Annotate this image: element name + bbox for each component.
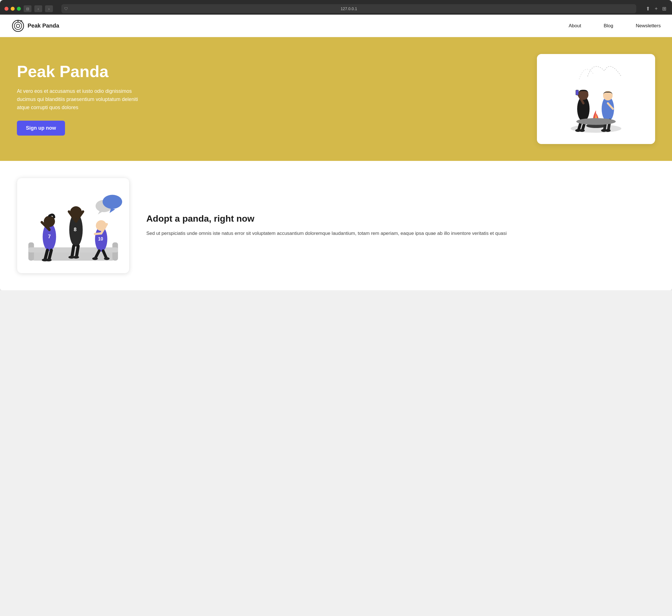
hero-description: At vero eos et accusamus et iusto odio d… — [17, 87, 141, 111]
website-content: Peak Panda About Blog Newsletters Peak P… — [0, 15, 672, 290]
team-illustration: 7 8 — [17, 178, 129, 273]
nav-item-blog[interactable]: Blog — [604, 23, 613, 29]
svg-line-42 — [72, 246, 74, 257]
svg-rect-9 — [576, 90, 579, 95]
svg-point-45 — [73, 256, 79, 258]
svg-point-13 — [579, 129, 585, 132]
svg-line-43 — [77, 246, 78, 257]
content-image-box: 7 8 — [17, 178, 129, 273]
svg-point-53 — [92, 257, 98, 260]
content-section: 7 8 — [0, 161, 672, 290]
hero-text: Peak Panda At vero eos et accusamus et i… — [17, 62, 520, 135]
svg-line-33 — [45, 250, 48, 259]
svg-line-50 — [95, 233, 101, 234]
svg-point-21 — [576, 118, 616, 125]
nav-item-newsletters[interactable]: Newsletters — [636, 23, 661, 29]
svg-text:7: 7 — [48, 234, 51, 239]
navbar: Peak Panda About Blog Newsletters — [0, 15, 672, 37]
svg-point-27 — [102, 195, 122, 209]
svg-point-54 — [104, 257, 109, 260]
campfire-illustration — [537, 54, 655, 144]
logo-link[interactable]: Peak Panda — [11, 19, 59, 33]
nav-item-about[interactable]: About — [569, 23, 581, 29]
svg-point-20 — [605, 129, 611, 132]
minimize-dot[interactable] — [11, 7, 15, 11]
fullscreen-dot[interactable] — [17, 7, 21, 11]
nav-link-about[interactable]: About — [569, 23, 581, 28]
hero-title: Peak Panda — [17, 62, 520, 80]
svg-text:8: 8 — [74, 227, 77, 232]
content-text: Adopt a panda, right now Sed ut perspici… — [146, 213, 655, 238]
tabs-button[interactable]: ⊞ — [661, 5, 667, 12]
nav-link-blog[interactable]: Blog — [604, 23, 613, 28]
content-description: Sed ut perspiciatis unde omnis iste natu… — [146, 230, 655, 238]
nav-link-newsletters[interactable]: Newsletters — [636, 23, 661, 28]
share-button[interactable]: ⬆ — [645, 5, 651, 12]
svg-text:10: 10 — [98, 237, 103, 241]
svg-line-34 — [49, 250, 51, 259]
shield-icon: 🛡 — [64, 6, 68, 11]
hero-image-box — [537, 54, 655, 144]
url-text: 127.0.0.1 — [341, 6, 357, 11]
traffic-lights — [5, 7, 21, 11]
logo-icon — [11, 19, 25, 33]
back-button[interactable]: ‹ — [34, 5, 42, 12]
nav-links: About Blog Newsletters — [569, 23, 661, 29]
content-title: Adopt a panda, right now — [146, 213, 655, 224]
address-bar[interactable]: 🛡 127.0.0.1 — [61, 4, 636, 13]
forward-button[interactable]: › — [45, 5, 53, 12]
svg-point-1 — [14, 22, 22, 30]
browser-chrome: ⊟ ‹ › 🛡 127.0.0.1 ⬆ + ⊞ — [0, 0, 672, 15]
svg-point-2 — [16, 24, 20, 28]
new-tab-button[interactable]: + — [653, 5, 659, 12]
sidebar-toggle-button[interactable]: ⊟ — [24, 5, 32, 12]
hero-section: Peak Panda At vero eos et accusamus et i… — [0, 37, 672, 161]
logo-text: Peak Panda — [28, 23, 59, 29]
svg-point-36 — [45, 258, 51, 261]
svg-point-6 — [577, 96, 590, 122]
signup-button[interactable]: Sign up now — [17, 121, 65, 136]
browser-actions: ⬆ + ⊞ — [645, 5, 667, 12]
close-dot[interactable] — [5, 7, 8, 11]
